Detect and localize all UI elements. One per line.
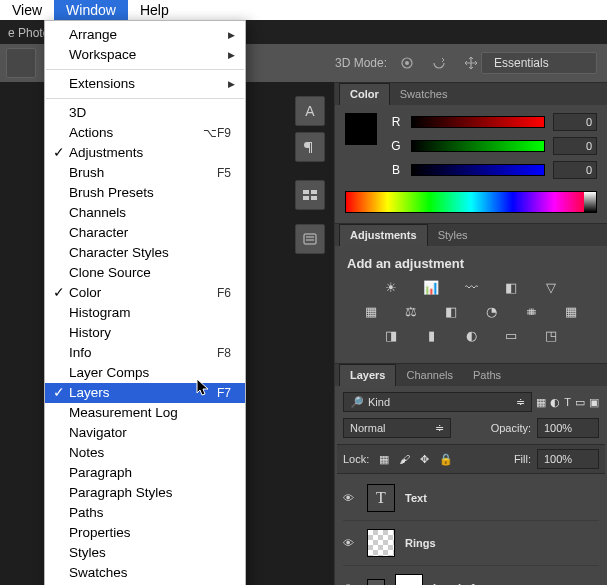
tool-preset-icon[interactable] (6, 48, 36, 78)
bw-icon[interactable]: ◧ (442, 303, 460, 319)
exposure-icon[interactable]: ◧ (502, 279, 520, 295)
3d-roll-icon[interactable] (427, 51, 451, 75)
lock-position-icon[interactable]: ✥ (420, 453, 429, 466)
menu-item-layers[interactable]: ✓LayersF7 (45, 383, 245, 403)
tab-layers[interactable]: Layers (339, 364, 396, 386)
3d-mode-label: 3D Mode: (335, 56, 387, 70)
filter-adjust-icon[interactable]: ◐ (550, 396, 560, 409)
menu-item-character[interactable]: Character (45, 223, 245, 243)
channel-mixer-icon[interactable]: ⩩ (522, 303, 540, 319)
color-panel: Color Swatches R 0 G 0 (334, 82, 607, 223)
menu-item-paragraph[interactable]: Paragraph (45, 463, 245, 483)
menu-item-navigator[interactable]: Navigator (45, 423, 245, 443)
menu-item-color[interactable]: ✓ColorF6 (45, 283, 245, 303)
opacity-value[interactable]: 100% (537, 418, 599, 438)
brush-panel-icon[interactable] (295, 180, 325, 210)
paragraph-panel-icon[interactable] (295, 132, 325, 162)
layer-name[interactable]: Rings (405, 537, 436, 549)
mask-thumb[interactable] (395, 574, 423, 585)
tab-styles-inadj[interactable]: Styles (428, 225, 478, 246)
menu-item-styles[interactable]: Styles (45, 543, 245, 563)
eye-icon[interactable]: 👁 (343, 492, 357, 504)
balance-icon[interactable]: ⚖ (402, 303, 420, 319)
menu-item-measurement-log[interactable]: Measurement Log (45, 403, 245, 423)
brightness-icon[interactable]: ☀ (382, 279, 400, 295)
layer-row[interactable]: 👁 Rings (343, 521, 599, 566)
menu-item-histogram[interactable]: Histogram (45, 303, 245, 323)
gradient-map-icon[interactable]: ▭ (502, 327, 520, 343)
menu-item-arrange[interactable]: Arrange (45, 25, 245, 45)
mouse-cursor-icon (196, 378, 210, 399)
tab-paths[interactable]: Paths (463, 365, 511, 386)
vibrance-icon[interactable]: ▽ (542, 279, 560, 295)
menu-view[interactable]: View (0, 0, 54, 21)
brush-presets-panel-icon[interactable] (295, 224, 325, 254)
menu-item-paragraph-styles[interactable]: Paragraph Styles (45, 483, 245, 503)
layer-row[interactable]: 👁 T Text (343, 476, 599, 521)
menu-item-clone-source[interactable]: Clone Source (45, 263, 245, 283)
menu-help[interactable]: Help (128, 0, 181, 21)
workspace-switcher[interactable]: Essentials (481, 52, 597, 74)
eye-icon[interactable]: 👁 (343, 537, 357, 549)
opacity-label: Opacity: (491, 422, 531, 434)
lock-pixels-icon[interactable]: 🖌 (399, 453, 410, 465)
menu-item-channels[interactable]: Channels (45, 203, 245, 223)
lock-label: Lock: (343, 453, 369, 465)
menu-item-notes[interactable]: Notes (45, 443, 245, 463)
menu-item-extensions[interactable]: Extensions (45, 74, 245, 94)
tab-channels[interactable]: Channels (396, 365, 462, 386)
fill-value[interactable]: 100% (537, 449, 599, 469)
menu-window[interactable]: Window (54, 0, 128, 21)
filter-shape-icon[interactable]: ▭ (575, 396, 585, 409)
menu-item-paths[interactable]: Paths (45, 503, 245, 523)
filter-smart-icon[interactable]: ▣ (589, 396, 599, 409)
menu-item-layer-comps[interactable]: Layer Comps (45, 363, 245, 383)
b-slider[interactable] (411, 164, 545, 176)
blend-mode-select[interactable]: Normal≑ (343, 418, 451, 438)
menu-item-character-styles[interactable]: Character Styles (45, 243, 245, 263)
3d-pan-icon[interactable] (459, 51, 483, 75)
g-value[interactable]: 0 (553, 137, 597, 155)
character-panel-icon[interactable]: A (295, 96, 325, 126)
levels-icon[interactable]: 📊 (422, 279, 440, 295)
menu-item-brush-presets[interactable]: Brush Presets (45, 183, 245, 203)
levels-icon[interactable] (367, 579, 385, 585)
foreground-color-swatch[interactable] (345, 113, 377, 145)
layer-kind-filter[interactable]: 🔎 Kind ≑ (343, 392, 532, 412)
lock-transparent-icon[interactable]: ▦ (379, 453, 389, 466)
r-slider[interactable] (411, 116, 545, 128)
threshold-icon[interactable]: ◐ (462, 327, 480, 343)
filter-type-icon[interactable]: T (564, 396, 571, 408)
tab-color[interactable]: Color (339, 83, 390, 105)
menu-item-properties[interactable]: Properties (45, 523, 245, 543)
tab-adjustments[interactable]: Adjustments (339, 224, 428, 246)
layer-row[interactable]: 👁 Levels 1 (343, 566, 599, 585)
color-spectrum[interactable] (345, 191, 597, 213)
menu-item-brush[interactable]: BrushF5 (45, 163, 245, 183)
b-value[interactable]: 0 (553, 161, 597, 179)
svg-rect-4 (303, 190, 309, 194)
color-lookup-icon[interactable]: ▦ (562, 303, 580, 319)
hue-icon[interactable]: ▦ (362, 303, 380, 319)
type-layer-thumb[interactable]: T (367, 484, 395, 512)
layer-name[interactable]: Text (405, 492, 427, 504)
3d-orbit-icon[interactable] (395, 51, 419, 75)
lock-all-icon[interactable]: 🔒 (439, 453, 453, 466)
menu-item-adjustments[interactable]: ✓Adjustments (45, 143, 245, 163)
r-value[interactable]: 0 (553, 113, 597, 131)
menu-item-history[interactable]: History (45, 323, 245, 343)
invert-icon[interactable]: ◨ (382, 327, 400, 343)
posterize-icon[interactable]: ▮ (422, 327, 440, 343)
menu-item-3d[interactable]: 3D (45, 103, 245, 123)
selective-color-icon[interactable]: ◳ (542, 327, 560, 343)
filter-pixel-icon[interactable]: ▦ (536, 396, 546, 409)
menu-item-actions[interactable]: Actions⌥F9 (45, 123, 245, 143)
tab-swatches[interactable]: Swatches (390, 84, 458, 105)
menu-item-workspace[interactable]: Workspace (45, 45, 245, 65)
photo-filter-icon[interactable]: ◔ (482, 303, 500, 319)
g-slider[interactable] (411, 140, 545, 152)
curves-icon[interactable]: 〰 (462, 279, 480, 295)
pixel-layer-thumb[interactable] (367, 529, 395, 557)
menu-item-info[interactable]: InfoF8 (45, 343, 245, 363)
menu-item-swatches[interactable]: Swatches (45, 563, 245, 583)
